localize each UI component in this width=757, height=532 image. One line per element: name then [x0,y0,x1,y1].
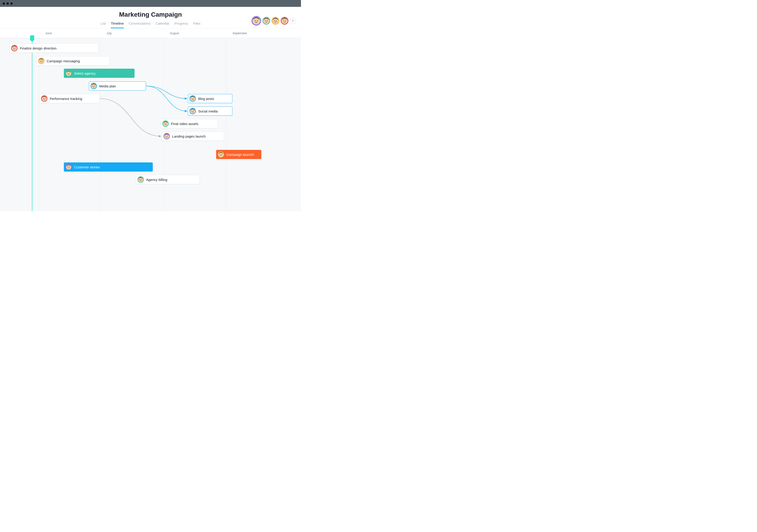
team-avatar-member-2[interactable] [262,17,270,25]
svg-point-51 [164,134,169,139]
team-avatar-member-3[interactable] [272,17,279,25]
task-assignee-avatar [190,95,196,102]
svg-point-64 [140,179,140,180]
task-blog-posts[interactable]: Blog posts [188,94,232,103]
team-avatar-member-1[interactable] [252,16,261,25]
task-landing-pages-launch[interactable]: Landing pages launch [162,132,224,141]
header: Marketing Campaign + ListTimelineConvers… [0,7,301,28]
window-dot-maximize[interactable] [11,3,13,5]
task-assignee-avatar [218,151,224,158]
svg-point-37 [45,98,45,99]
svg-point-32 [93,86,93,86]
svg-point-53 [167,136,167,137]
svg-point-13 [281,17,288,24]
month-label-june: June [45,31,52,35]
svg-point-33 [94,86,95,86]
tab-timeline[interactable]: Timeline [111,21,124,28]
svg-point-61 [69,167,70,167]
task-social-media[interactable]: Social media [188,107,232,116]
task-assignee-avatar [65,164,72,170]
task-label: Customer stories [74,165,100,169]
svg-point-48 [165,123,165,124]
svg-point-45 [193,111,194,111]
svg-point-65 [141,179,141,180]
window-dot-minimize[interactable] [7,3,9,5]
task-finalize-design[interactable]: Finalize design direction [10,44,99,53]
svg-point-40 [192,98,192,99]
connector-performance-tracking-to-landing-pages-launch [100,99,161,136]
month-gridline [226,38,227,211]
window-chrome [0,0,301,7]
svg-point-15 [285,20,286,21]
task-label: Media plan [99,84,116,88]
svg-point-10 [274,20,275,21]
task-label: Final video assets [171,122,198,126]
task-assignee-avatar [91,83,97,89]
task-customer-stories[interactable]: Customer stories [64,162,153,172]
timeline-body[interactable]: Finalize design direction Campaign messa… [0,38,301,211]
svg-point-23 [39,58,44,63]
svg-point-60 [68,167,68,167]
task-campaign-messaging[interactable]: Campaign messaging [37,56,109,66]
task-label: Landing pages launch [172,134,206,138]
svg-point-14 [284,20,284,21]
task-label: Select agency [74,71,96,75]
svg-point-55 [218,152,224,157]
svg-point-56 [220,154,221,155]
tab-progress[interactable]: Progress [174,21,188,28]
task-media-plan[interactable]: Media plan [89,81,146,91]
task-label: Blog posts [198,97,214,101]
svg-point-7 [267,20,268,21]
svg-point-41 [193,98,194,99]
tab-list[interactable]: List [101,21,106,28]
task-assignee-avatar [41,95,47,102]
svg-point-57 [222,154,222,155]
svg-point-35 [42,96,47,101]
svg-point-21 [15,48,15,48]
task-agency-billing[interactable]: Agency billing [136,175,200,184]
tab-calendar[interactable]: Calendar [156,21,169,28]
task-assignee-avatar [11,45,17,51]
svg-point-25 [42,61,42,61]
svg-point-2 [255,20,256,21]
today-marker[interactable] [32,38,32,211]
svg-point-6 [265,20,266,21]
svg-point-28 [68,73,68,74]
task-label: Performance tracking [50,97,82,101]
today-handle-icon[interactable] [30,35,34,40]
svg-point-3 [257,20,257,21]
task-assignee-avatar [65,70,72,77]
team-avatar-member-4[interactable] [281,17,288,25]
task-label: Social media [198,109,218,113]
timeline-header: JuneJulyAugustSeptember [0,28,301,38]
svg-point-59 [66,164,71,170]
month-label-august: August [170,31,179,35]
connector-media-plan-to-social-media [146,86,187,111]
month-label-september: September [232,31,247,35]
svg-point-27 [66,71,71,76]
svg-point-63 [138,177,143,182]
window-dot-close[interactable] [3,3,5,5]
tab-conversations[interactable]: Conversations [129,21,151,28]
task-label: Campaign launch! [227,153,254,156]
svg-point-49 [166,123,167,124]
svg-point-5 [263,17,269,24]
svg-point-31 [91,83,96,88]
svg-point-9 [272,17,279,24]
task-performance-tracking[interactable]: Performance tracking [40,94,100,103]
task-final-video-assets[interactable]: Final video assets [161,119,218,128]
tab-files[interactable]: Files [193,21,200,28]
task-assignee-avatar [162,120,169,127]
add-member-button[interactable]: + [290,18,296,24]
task-campaign-launch[interactable]: Campaign launch! [216,150,261,159]
svg-point-43 [190,109,195,113]
task-select-agency[interactable]: Select agency [64,69,135,78]
task-assignee-avatar [190,108,196,114]
svg-point-36 [43,98,44,99]
svg-point-39 [190,96,195,101]
svg-point-11 [276,20,277,21]
svg-point-52 [166,136,166,137]
task-label: Campaign messaging [47,59,80,63]
task-assignee-avatar [164,133,170,140]
team-avatars: + [252,16,296,25]
